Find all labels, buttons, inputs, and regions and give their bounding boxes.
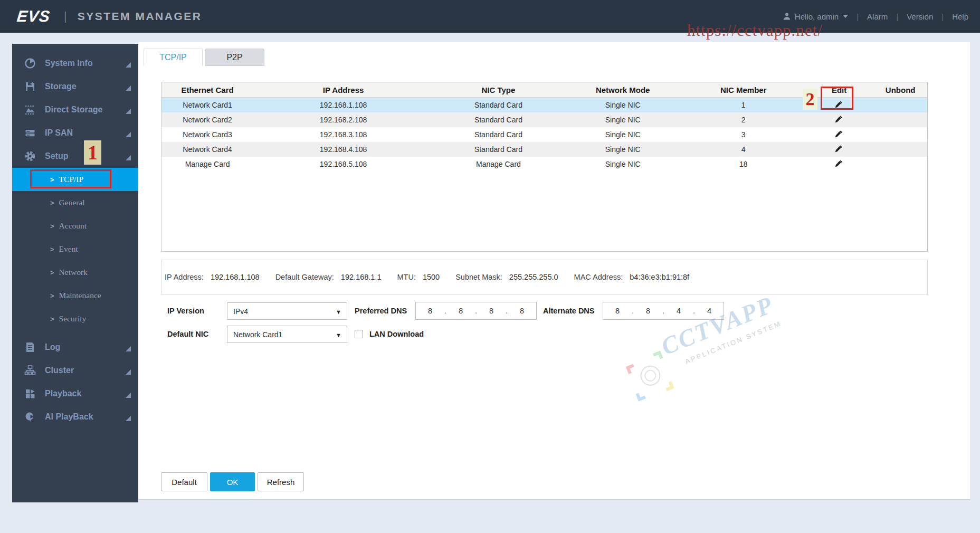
edit-pencil-icon[interactable] [835,145,843,153]
lan-download-checkbox[interactable] [355,330,363,338]
cell-nic-member: 1 [682,101,805,109]
cell-network-mode: Single NIC [564,160,682,168]
ip-version-value: IPv4 [233,307,248,316]
site-url-watermark: https://cctvapp.net/ [687,21,823,40]
sidebar-item-direct-storage[interactable]: Direct Storage [12,98,138,121]
tab-tcpip[interactable]: TCP/IP [144,49,203,66]
detail-label: MAC Address: [574,273,623,281]
ok-button[interactable]: OK [210,472,255,491]
sidebar-item-ip-san[interactable]: IP SAN [12,121,138,145]
chevron-right-icon [50,268,59,277]
dns-octet[interactable]: 8 [518,307,526,315]
ip-version-label: IP Version [167,307,204,315]
app-title: SYSTEM MANAGER [78,10,202,23]
dns-octet[interactable]: 4 [675,307,682,315]
expand-arrow-icon[interactable] [126,346,131,351]
expand-arrow-icon[interactable] [126,62,131,68]
annotation-step-1: 1 [84,140,101,165]
version-link[interactable]: Version [907,12,933,21]
detail-pair: IP Address: 192.168.1.108 [165,273,260,281]
dns-octet[interactable]: 8 [644,307,652,315]
sidebar-item-log[interactable]: Log [12,336,138,359]
dns-octet[interactable]: 8 [457,307,464,315]
column-header: Ethernet Card [161,85,253,94]
alarm-link[interactable]: Alarm [867,12,888,21]
table-row[interactable]: Manage Card 192.168.5.108 Manage Card Si… [161,157,927,172]
nic-details-bar: IP Address: 192.168.1.108 Default Gatewa… [161,260,928,294]
subitem-label: General [59,198,85,207]
expand-arrow-icon[interactable] [126,132,131,137]
cell-nic-member: 3 [682,130,805,139]
ip-version-select[interactable]: IPv4 [227,302,347,320]
dns-octet[interactable]: 4 [706,307,713,315]
sidebar-item-storage[interactable]: Storage [12,75,138,98]
expand-arrow-icon[interactable] [126,416,131,421]
edit-pencil-icon[interactable] [835,115,843,123]
chevron-right-icon [50,291,59,300]
sidebar-subitem-account[interactable]: Account [12,214,138,237]
annotation-step-2: 2 [803,89,817,110]
detail-pair: MAC Address: b4:36:e3:b1:91:8f [574,273,690,281]
expand-arrow-icon[interactable] [126,155,131,160]
cell-ip-address: 192.168.5.108 [253,160,433,168]
detail-value: 192.168.1.1 [341,273,382,281]
bracket-blue-icon [636,391,646,402]
cell-nic-member: 2 [682,116,805,124]
dns-octet[interactable]: 8 [614,307,621,315]
alternate-dns-input[interactable]: 8 8 4 4 [603,302,724,320]
table-row[interactable]: Network Card2 192.168.2.108 Standard Car… [161,112,927,127]
expand-arrow-icon[interactable] [126,109,131,114]
table-row[interactable]: Network Card3 192.168.3.108 Standard Car… [161,127,927,142]
cell-ip-address: 192.168.4.108 [253,145,433,154]
annotation-box-edit [821,87,853,110]
alternate-dns-label: Alternate DNS [543,307,595,315]
sidebar-subitem-event[interactable]: Event [12,237,138,261]
edit-pencil-icon[interactable] [835,159,843,168]
sidebar-item-label: IP SAN [45,128,73,138]
edit-pencil-icon[interactable] [835,130,843,138]
sidebar-item-label: Storage [45,82,77,91]
dns-octet[interactable]: 8 [426,307,434,315]
user-menu[interactable]: Hello, admin [783,12,848,21]
cell-ethernet-card: Network Card3 [161,130,253,139]
brand-name-watermark: CCTVAPP [657,290,777,360]
subitem-label: Security [59,314,87,323]
bracket-green-icon [653,350,663,361]
bracket-yellow-icon [664,381,674,392]
sidebar-item-setup[interactable]: Setup [12,145,138,168]
sidebar-subitem-network[interactable]: Network [12,261,138,284]
default-nic-select[interactable]: Network Card1 [227,326,347,343]
table-row[interactable]: Network Card4 192.168.4.108 Standard Car… [161,142,927,157]
cell-ip-address: 192.168.3.108 [253,130,433,139]
divider [848,12,867,21]
cell-ip-address: 192.168.2.108 [253,116,433,124]
preferred-dns-label: Preferred DNS [355,307,407,315]
expand-arrow-icon[interactable] [126,369,131,375]
detail-value: 255.255.255.0 [509,273,558,281]
sidebar-item-label: Setup [45,151,68,161]
tab-p2p[interactable]: P2P [205,49,264,66]
image-storage-icon [24,103,36,116]
chevron-right-icon [50,244,59,254]
expand-arrow-icon[interactable] [126,393,131,398]
document-icon [24,341,36,354]
expand-arrow-icon[interactable] [126,85,131,91]
cell-nic-type: Manage Card [433,160,564,168]
sidebar-item-cluster[interactable]: Cluster [12,359,138,382]
sidebar-subitem-maintenance[interactable]: Maintenance [12,284,138,307]
sidebar-item-system-info[interactable]: System Info [12,52,138,75]
cell-nic-type: Standard Card [433,145,564,154]
cell-nic-member: 4 [682,145,805,154]
sidebar-subitem-general[interactable]: General [12,191,138,214]
default-button[interactable]: Default [161,472,207,491]
subitem-label: Maintenance [59,291,101,300]
sidebar-subitem-security[interactable]: Security [12,307,138,330]
bracket-red-icon [626,364,636,374]
sidebar-item-playback[interactable]: Playback [12,382,138,405]
subitem-label: Event [59,244,78,254]
sidebar-item-ai-playback[interactable]: AI PlayBack [12,405,138,429]
refresh-button[interactable]: Refresh [258,472,304,491]
dns-octet[interactable]: 8 [488,307,495,315]
preferred-dns-input[interactable]: 8 8 8 8 [415,302,537,320]
help-link[interactable]: Help [952,12,968,21]
